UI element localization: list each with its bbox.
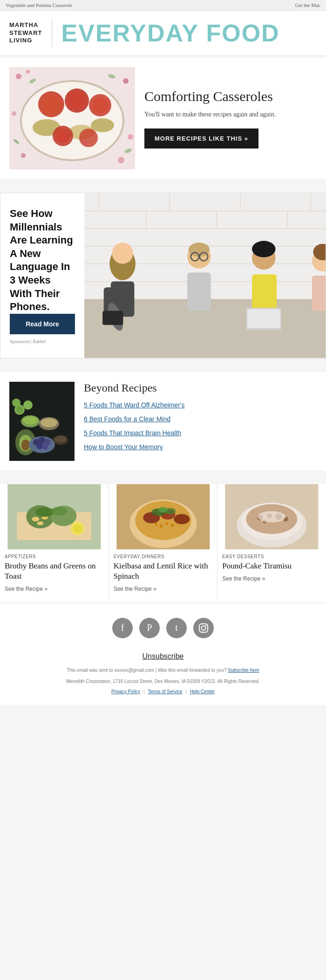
- svg-point-14: [42, 95, 61, 114]
- svg-point-56: [252, 241, 276, 257]
- recipe-link-3[interactable]: See the Recipe »: [222, 575, 265, 582]
- svg-rect-47: [102, 311, 123, 325]
- recipe-link-2[interactable]: See the Recipe »: [114, 586, 156, 592]
- svg-point-118: [205, 625, 206, 626]
- beyond-link-3[interactable]: 5 Foods That Impact Brain Health: [84, 429, 181, 437]
- recipe-category-3: EASY DESSERTS: [222, 554, 321, 559]
- svg-point-2: [26, 70, 30, 74]
- footer-tos-link[interactable]: Terms of Service: [148, 689, 182, 694]
- recipe-img-svg-2: [114, 484, 213, 549]
- brand-name: MARTHA STEWART LIVING: [9, 21, 42, 45]
- svg-point-79: [16, 406, 23, 413]
- recipe-card-img-1: [5, 484, 104, 549]
- beyond-content: Beyond Recipes 5 Foods That Ward Off Alz…: [84, 382, 317, 457]
- ad-sponsored: Sponsored | Babbel: [10, 339, 75, 344]
- pinterest-icon[interactable]: P: [139, 618, 160, 638]
- unsubscribe-link[interactable]: Unsubscribe: [9, 652, 317, 661]
- svg-point-75: [42, 444, 48, 450]
- beyond-link-item-1[interactable]: 5 Foods That Ward Off Alzheimer's: [84, 401, 317, 409]
- recipe-img-svg-1: [5, 484, 104, 549]
- recipe-card-img-3: [222, 484, 321, 549]
- beyond-link-item-4[interactable]: How to Boost Your Memory: [84, 443, 317, 451]
- header-title: EVERYDAY FOOD: [61, 19, 280, 47]
- svg-point-98: [174, 514, 190, 524]
- svg-point-90: [50, 507, 67, 515]
- ad-section: See How Millennials Are Learning A New L…: [0, 193, 326, 358]
- svg-point-7: [118, 157, 124, 163]
- hero-title: Comforting Casseroles: [144, 88, 317, 105]
- svg-point-3: [123, 78, 129, 84]
- svg-point-99: [155, 522, 157, 525]
- header: MARTHA STEWART LIVING EVERYDAY FOOD: [0, 11, 326, 56]
- beyond-link-item-2[interactable]: 6 Best Foods for a Clear Mind: [84, 415, 317, 423]
- hero-section: Comforting Casseroles You'll want to mak…: [0, 58, 326, 179]
- more-recipes-button[interactable]: MORE RECIPES LIKE THIS »: [144, 128, 258, 149]
- svg-point-86: [32, 517, 39, 521]
- recipe-link-1[interactable]: See the Recipe »: [5, 586, 48, 592]
- top-bar: Vegetable and Polenta Casserole Get the …: [0, 0, 326, 11]
- top-bar-left: Vegetable and Polenta Casserole: [6, 2, 72, 8]
- recipe-category-2: EVERYDAY DINNERS: [114, 554, 213, 559]
- beyond-link-4[interactable]: How to Boost Your Memory: [84, 443, 163, 451]
- svg-point-23: [56, 129, 70, 143]
- svg-point-88: [37, 521, 43, 525]
- recipe-name-3: Pound-Cake Tiramisu: [222, 561, 321, 571]
- beyond-section: Beyond Recipes 5 Foods That Ward Off Alz…: [0, 372, 326, 470]
- recipe-card-img-2: [114, 484, 213, 549]
- recipe-card-2: EVERYDAY DINNERS Kielbasa and Lentil Ric…: [109, 484, 218, 602]
- svg-point-105: [158, 507, 168, 513]
- recipe-card-1: APPETIZERS Brothy Beans and Greens on To…: [0, 484, 109, 602]
- svg-point-4: [12, 111, 16, 116]
- svg-rect-60: [312, 276, 326, 311]
- svg-point-74: [36, 443, 43, 449]
- footer-privacy-link[interactable]: Privacy Policy: [111, 689, 140, 694]
- recipe-card-3: EASY DESSERTS Pound-Cake Tiramisu See th…: [217, 484, 326, 602]
- svg-point-115: [258, 511, 286, 522]
- svg-point-5: [128, 134, 133, 140]
- beyond-link-item-3[interactable]: 5 Foods That Impact Brain Health: [84, 429, 317, 437]
- svg-point-69: [23, 416, 38, 425]
- footer: Unsubscribe This email was sent to xxxxx…: [0, 648, 326, 705]
- beyond-links-list: 5 Foods That Ward Off Alzheimer's 6 Best…: [84, 401, 317, 452]
- footer-subscribe-link[interactable]: Subscribe here: [228, 668, 259, 673]
- facebook-icon[interactable]: f: [112, 618, 133, 638]
- casserole-svg: [9, 67, 135, 169]
- ad-image: [84, 193, 326, 358]
- ad-people-svg: [84, 193, 326, 358]
- recipe-name-2: Kielbasa and Lentil Rice with Spinach: [114, 561, 213, 581]
- svg-point-100: [159, 525, 162, 527]
- svg-point-6: [21, 153, 26, 158]
- svg-point-43: [112, 243, 133, 264]
- svg-point-1: [16, 74, 21, 79]
- footer-links: Privacy Policy | Terms of Service | Help…: [9, 688, 317, 696]
- ad-headline: See How Millennials Are Learning A New L…: [10, 207, 75, 314]
- hero-content: Comforting Casseroles You'll want to mak…: [144, 88, 317, 149]
- svg-point-21: [91, 118, 114, 132]
- recipe-name-1: Brothy Beans and Greens on Toast: [5, 561, 104, 581]
- social-section: f P t: [0, 604, 326, 648]
- footer-email-text: This email was sent to xxxxxx@gmail.com …: [9, 666, 317, 675]
- svg-point-117: [202, 626, 206, 630]
- svg-point-102: [171, 524, 174, 527]
- hero-image: [9, 67, 135, 169]
- footer-email-line: This email was sent to xxxxxx@gmail.com …: [67, 668, 226, 673]
- beyond-link-1[interactable]: 5 Foods That Ward Off Alzheimer's: [84, 401, 184, 409]
- beyond-title: Beyond Recipes: [84, 382, 317, 394]
- beyond-link-2[interactable]: 6 Best Foods for a Clear Mind: [84, 415, 170, 423]
- twitter-icon[interactable]: t: [166, 618, 187, 638]
- svg-point-92: [73, 524, 82, 533]
- svg-point-80: [23, 400, 33, 410]
- ad-left: See How Millennials Are Learning A New L…: [0, 193, 84, 358]
- recipes-row: APPETIZERS Brothy Beans and Greens on To…: [0, 484, 326, 602]
- footer-help-link[interactable]: Help Center: [190, 689, 215, 694]
- svg-point-65: [21, 439, 30, 451]
- svg-point-77: [55, 436, 66, 442]
- hero-subtitle: You'll want to make these recipes again …: [144, 109, 317, 119]
- instagram-icon[interactable]: [193, 618, 214, 638]
- top-bar-right[interactable]: Get the Mac: [295, 2, 320, 8]
- svg-point-67: [41, 418, 57, 427]
- svg-point-81: [12, 399, 20, 407]
- ad-read-more-button[interactable]: Read More: [10, 314, 75, 334]
- recipe-img-svg-3: [222, 484, 321, 549]
- svg-point-24: [79, 128, 98, 147]
